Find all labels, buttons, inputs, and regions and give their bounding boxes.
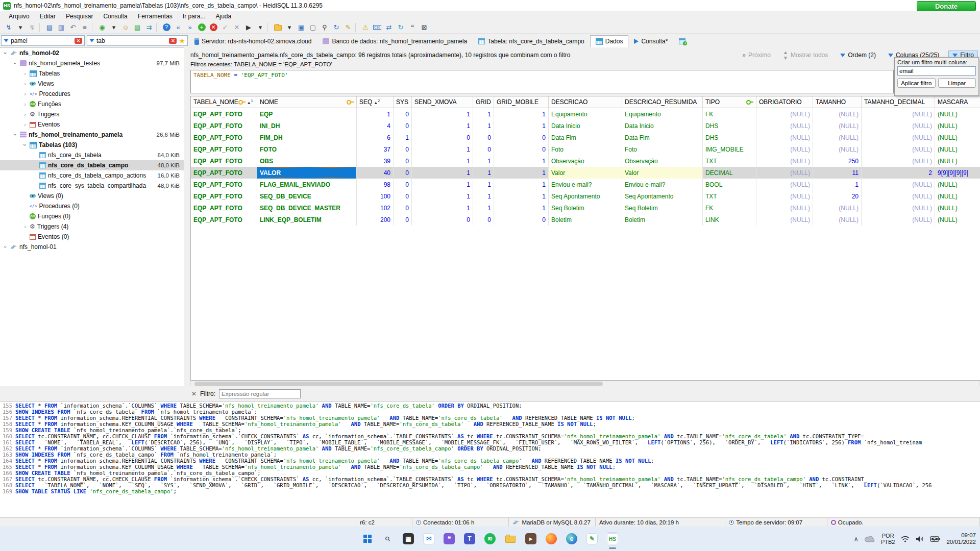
cell-obrigatorio[interactable]: (NULL) bbox=[756, 132, 813, 143]
cell-mascara[interactable]: (NULL) bbox=[935, 143, 980, 155]
cell-tamanho_decimal[interactable]: (NULL) bbox=[862, 202, 935, 214]
cell-seq[interactable]: 37 bbox=[357, 143, 394, 155]
multi-column-filter-input[interactable] bbox=[897, 66, 976, 76]
column-header-descricao_resumida[interactable]: DESCRICAO_RESUMIDA bbox=[622, 96, 703, 108]
cell-seq[interactable]: 6 bbox=[357, 132, 394, 143]
taskbar-edge[interactable]: e bbox=[565, 532, 578, 545]
taskbar-explorer[interactable] bbox=[504, 532, 517, 545]
cell-tamanho[interactable]: 250 bbox=[813, 155, 862, 167]
cell-grid_mobile[interactable]: 1 bbox=[494, 167, 549, 179]
cell-tipo[interactable]: LINK bbox=[703, 214, 756, 226]
tree-item-nfs-homol-pamela-testes[interactable]: ›nfs_homol_pamela_testes97,7 MiB bbox=[0, 58, 184, 68]
cell-tamanho[interactable]: (NULL) bbox=[813, 214, 862, 226]
table-filter-input[interactable]: tab ✕ ★ bbox=[87, 35, 188, 46]
cell-nome[interactable]: INI_DH bbox=[257, 120, 357, 132]
quote-icon[interactable]: ❝ bbox=[407, 22, 418, 33]
sync-icon[interactable]: ↻ bbox=[395, 22, 406, 33]
cell-send_xmova[interactable]: 1 bbox=[412, 143, 473, 155]
cell-grid[interactable]: 1 bbox=[473, 120, 494, 132]
filter-sql-editor[interactable]: TABELA_NOME = 'EQP_APT_FOTO' bbox=[190, 70, 894, 93]
cell-grid[interactable]: 1 bbox=[473, 167, 494, 179]
search-icon[interactable]: ⚲ bbox=[319, 22, 330, 33]
cell-send_xmova[interactable]: 1 bbox=[412, 190, 473, 202]
cell-descricao[interactable]: Foto bbox=[549, 143, 622, 155]
paste-icon[interactable]: ▥ bbox=[56, 22, 67, 33]
refresh-icon[interactable]: ↻ bbox=[331, 22, 342, 33]
tree-item-triggers[interactable]: ›⚙Triggers bbox=[0, 109, 184, 119]
column-header-grid_mobile[interactable]: GRID_MOBILE bbox=[494, 96, 549, 108]
cell-tipo[interactable]: DHS bbox=[703, 132, 756, 143]
cell-grid[interactable]: 1 bbox=[473, 202, 494, 214]
caret-icon[interactable]: ▾ bbox=[255, 22, 266, 33]
tree-item-eventos[interactable]: ›Eventos bbox=[0, 119, 184, 130]
cell-tamanho_decimal[interactable]: (NULL) bbox=[862, 179, 935, 190]
cell-obrigatorio[interactable]: (NULL) bbox=[756, 190, 813, 202]
taskbar-spotify[interactable]: ≋ bbox=[483, 532, 497, 545]
grid-control-ordem-2-[interactable]: Ordem (2) bbox=[840, 52, 876, 59]
cell-seq[interactable]: 102 bbox=[357, 202, 394, 214]
apply-icon[interactable]: ✓ bbox=[219, 22, 231, 33]
cell-sys[interactable]: 0 bbox=[394, 108, 412, 120]
cell-tipo[interactable]: TXT bbox=[703, 155, 756, 167]
cell-tipo[interactable]: IMG_MOBILE bbox=[703, 143, 756, 155]
cell-seq[interactable]: 1 bbox=[357, 108, 394, 120]
cell-tamanho[interactable]: (NULL) bbox=[813, 108, 862, 120]
folder-icon[interactable] bbox=[272, 22, 283, 33]
cell-tipo[interactable]: DHS bbox=[703, 120, 756, 132]
cell-tamanho_decimal[interactable]: (NULL) bbox=[862, 108, 935, 120]
cell-tabela_nome[interactable]: EQP_APT_FOTO bbox=[191, 132, 257, 143]
battery-icon[interactable] bbox=[930, 536, 940, 542]
cell-tamanho_decimal[interactable]: (NULL) bbox=[862, 143, 935, 155]
cell-seq[interactable]: 100 bbox=[357, 190, 394, 202]
cell-sys[interactable]: 0 bbox=[394, 179, 412, 190]
cell-descricao[interactable]: Data Fim bbox=[549, 132, 622, 143]
transfer-icon[interactable]: ⇄ bbox=[383, 22, 395, 33]
column-header-mascara[interactable]: MASCARA bbox=[935, 96, 980, 108]
cell-seq[interactable]: 200 bbox=[357, 214, 394, 226]
cell-obrigatorio[interactable]: (NULL) bbox=[756, 155, 813, 167]
menu-arquivo[interactable]: Arquivo bbox=[4, 12, 34, 21]
menu-ferramentas[interactable]: Ferramentas bbox=[133, 12, 177, 21]
users-icon[interactable]: ☺ bbox=[120, 22, 131, 33]
cell-tabela_nome[interactable]: EQP_APT_FOTO bbox=[191, 167, 257, 179]
cell-tamanho_decimal[interactable]: (NULL) bbox=[862, 214, 935, 226]
grid-row-seq_db_device_master[interactable]: EQP_APT_FOTOSEQ_DB_DEVICE_MASTER1020111S… bbox=[191, 202, 980, 214]
cell-obrigatorio[interactable]: (NULL) bbox=[756, 214, 813, 226]
column-header-nome[interactable]: NOME bbox=[257, 96, 357, 108]
cell-seq[interactable]: 98 bbox=[357, 179, 394, 190]
cell-sys[interactable]: 0 bbox=[394, 214, 412, 226]
grid-control-pr-ximo[interactable]: »Próximo bbox=[742, 52, 771, 59]
tree-item-triggers-4-[interactable]: ›⚙Triggers (4) bbox=[0, 221, 184, 232]
cell-obrigatorio[interactable]: (NULL) bbox=[756, 143, 813, 155]
log-filter-input[interactable] bbox=[219, 389, 301, 398]
caret-icon[interactable]: ▾ bbox=[284, 22, 295, 33]
cell-seq[interactable]: 4 bbox=[357, 120, 394, 132]
cell-grid[interactable]: 0 bbox=[473, 214, 494, 226]
cell-tipo[interactable]: FK bbox=[703, 202, 756, 214]
cell-tipo[interactable]: BOOL bbox=[703, 179, 756, 190]
apply-filter-button[interactable]: Aplicar filtro bbox=[897, 78, 936, 88]
cell-tabela_nome[interactable]: EQP_APT_FOTO bbox=[191, 214, 257, 226]
cell-grid_mobile[interactable]: 1 bbox=[494, 179, 549, 190]
cell-descricao_resumida[interactable]: Seq Boletim bbox=[622, 202, 703, 214]
wifi-icon[interactable] bbox=[901, 536, 910, 542]
cell-nome[interactable]: FLAG_EMAIL_ENVIADO bbox=[257, 179, 357, 190]
cell-descricao[interactable]: Equipamento bbox=[549, 108, 622, 120]
cell-nome[interactable]: LINK_EQP_BOLETIM bbox=[257, 214, 357, 226]
tree-item-nfs-homol-02[interactable]: ›nfs_homol-02 bbox=[0, 48, 184, 58]
tree-item-nfs-homol-treinamento-pamela[interactable]: ›nfs_homol_treinamento_pamela26,6 MiB bbox=[0, 130, 184, 140]
cell-mascara[interactable]: (NULL) bbox=[935, 190, 980, 202]
cell-send_xmova[interactable]: 0 bbox=[412, 132, 473, 143]
cell-descricao[interactable]: Seq Apontamento bbox=[549, 190, 622, 202]
cell-nome[interactable]: SEQ_DB_DEVICE_MASTER bbox=[257, 202, 357, 214]
cleanup-icon[interactable]: ✎ bbox=[342, 22, 354, 33]
cell-descricao_resumida[interactable]: Data Fim bbox=[622, 132, 703, 143]
data-flow-icon[interactable]: ⇉ bbox=[143, 22, 155, 33]
go-last-icon[interactable]: » bbox=[184, 22, 195, 33]
grid-row-seq_db_device[interactable]: EQP_APT_FOTOSEQ_DB_DEVICE1000111Seq Apon… bbox=[191, 190, 980, 202]
cell-grid_mobile[interactable]: 1 bbox=[494, 202, 549, 214]
tree-item-fun-es[interactable]: ›GOFunções bbox=[0, 99, 184, 109]
cell-tamanho[interactable]: 20 bbox=[813, 190, 862, 202]
cell-send_xmova[interactable]: 1 bbox=[412, 202, 473, 214]
tree-item-views-0-[interactable]: Views (0) bbox=[0, 191, 184, 201]
